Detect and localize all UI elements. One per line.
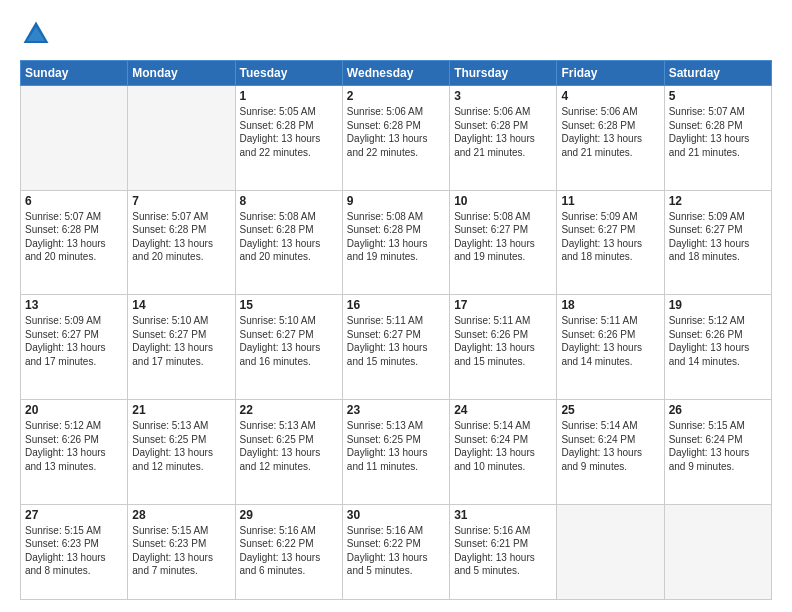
day-number: 13 [25, 298, 123, 312]
calendar-cell [664, 504, 771, 599]
day-number: 29 [240, 508, 338, 522]
daylight-hours-text: Daylight: 13 hours [132, 446, 230, 460]
day-number: 4 [561, 89, 659, 103]
daylight-minutes-text: and 21 minutes. [561, 146, 659, 160]
calendar-cell: 14Sunrise: 5:10 AMSunset: 6:27 PMDayligh… [128, 295, 235, 400]
sunset-text: Sunset: 6:26 PM [454, 328, 552, 342]
daylight-hours-text: Daylight: 13 hours [240, 341, 338, 355]
sunrise-text: Sunrise: 5:10 AM [132, 314, 230, 328]
sunset-text: Sunset: 6:25 PM [240, 433, 338, 447]
calendar-table: SundayMondayTuesdayWednesdayThursdayFrid… [20, 60, 772, 600]
day-number: 18 [561, 298, 659, 312]
day-number: 2 [347, 89, 445, 103]
sunset-text: Sunset: 6:27 PM [25, 328, 123, 342]
daylight-minutes-text: and 22 minutes. [347, 146, 445, 160]
weekday-header-tuesday: Tuesday [235, 61, 342, 86]
sunrise-text: Sunrise: 5:06 AM [454, 105, 552, 119]
daylight-hours-text: Daylight: 13 hours [561, 132, 659, 146]
sunset-text: Sunset: 6:27 PM [454, 223, 552, 237]
daylight-hours-text: Daylight: 13 hours [347, 551, 445, 565]
calendar-cell: 8Sunrise: 5:08 AMSunset: 6:28 PMDaylight… [235, 190, 342, 295]
daylight-hours-text: Daylight: 13 hours [25, 237, 123, 251]
daylight-hours-text: Daylight: 13 hours [240, 132, 338, 146]
sunrise-text: Sunrise: 5:05 AM [240, 105, 338, 119]
sunset-text: Sunset: 6:28 PM [25, 223, 123, 237]
sunrise-text: Sunrise: 5:16 AM [240, 524, 338, 538]
daylight-hours-text: Daylight: 13 hours [132, 341, 230, 355]
daylight-hours-text: Daylight: 13 hours [561, 341, 659, 355]
day-number: 16 [347, 298, 445, 312]
day-number: 14 [132, 298, 230, 312]
sunrise-text: Sunrise: 5:07 AM [25, 210, 123, 224]
calendar-cell: 16Sunrise: 5:11 AMSunset: 6:27 PMDayligh… [342, 295, 449, 400]
calendar-cell: 24Sunrise: 5:14 AMSunset: 6:24 PMDayligh… [450, 400, 557, 505]
daylight-minutes-text: and 20 minutes. [132, 250, 230, 264]
sunset-text: Sunset: 6:27 PM [132, 328, 230, 342]
logo-icon [20, 18, 52, 50]
calendar-row-1: 1Sunrise: 5:05 AMSunset: 6:28 PMDaylight… [21, 86, 772, 191]
calendar-cell: 30Sunrise: 5:16 AMSunset: 6:22 PMDayligh… [342, 504, 449, 599]
calendar-body: 1Sunrise: 5:05 AMSunset: 6:28 PMDaylight… [21, 86, 772, 600]
daylight-minutes-text: and 5 minutes. [454, 564, 552, 578]
sunset-text: Sunset: 6:23 PM [25, 537, 123, 551]
day-number: 28 [132, 508, 230, 522]
day-number: 9 [347, 194, 445, 208]
sunrise-text: Sunrise: 5:07 AM [132, 210, 230, 224]
daylight-minutes-text: and 15 minutes. [454, 355, 552, 369]
day-number: 8 [240, 194, 338, 208]
sunrise-text: Sunrise: 5:15 AM [669, 419, 767, 433]
daylight-minutes-text: and 18 minutes. [561, 250, 659, 264]
daylight-hours-text: Daylight: 13 hours [25, 446, 123, 460]
sunset-text: Sunset: 6:28 PM [347, 119, 445, 133]
calendar-cell: 18Sunrise: 5:11 AMSunset: 6:26 PMDayligh… [557, 295, 664, 400]
daylight-minutes-text: and 21 minutes. [669, 146, 767, 160]
calendar-cell: 19Sunrise: 5:12 AMSunset: 6:26 PMDayligh… [664, 295, 771, 400]
day-number: 1 [240, 89, 338, 103]
daylight-hours-text: Daylight: 13 hours [454, 551, 552, 565]
daylight-hours-text: Daylight: 13 hours [669, 446, 767, 460]
sunrise-text: Sunrise: 5:15 AM [132, 524, 230, 538]
calendar-cell: 15Sunrise: 5:10 AMSunset: 6:27 PMDayligh… [235, 295, 342, 400]
calendar-header: SundayMondayTuesdayWednesdayThursdayFrid… [21, 61, 772, 86]
daylight-minutes-text: and 21 minutes. [454, 146, 552, 160]
day-number: 17 [454, 298, 552, 312]
daylight-hours-text: Daylight: 13 hours [669, 341, 767, 355]
daylight-minutes-text: and 22 minutes. [240, 146, 338, 160]
daylight-minutes-text: and 17 minutes. [25, 355, 123, 369]
calendar-cell: 9Sunrise: 5:08 AMSunset: 6:28 PMDaylight… [342, 190, 449, 295]
calendar-cell [21, 86, 128, 191]
weekday-row: SundayMondayTuesdayWednesdayThursdayFrid… [21, 61, 772, 86]
daylight-minutes-text: and 5 minutes. [347, 564, 445, 578]
calendar-cell [128, 86, 235, 191]
daylight-hours-text: Daylight: 13 hours [25, 551, 123, 565]
sunset-text: Sunset: 6:24 PM [454, 433, 552, 447]
sunset-text: Sunset: 6:26 PM [25, 433, 123, 447]
sunrise-text: Sunrise: 5:13 AM [240, 419, 338, 433]
sunset-text: Sunset: 6:24 PM [669, 433, 767, 447]
day-number: 30 [347, 508, 445, 522]
day-number: 22 [240, 403, 338, 417]
sunrise-text: Sunrise: 5:07 AM [669, 105, 767, 119]
daylight-minutes-text: and 17 minutes. [132, 355, 230, 369]
sunrise-text: Sunrise: 5:06 AM [561, 105, 659, 119]
logo [20, 18, 56, 50]
weekday-header-monday: Monday [128, 61, 235, 86]
sunrise-text: Sunrise: 5:12 AM [25, 419, 123, 433]
day-number: 19 [669, 298, 767, 312]
daylight-minutes-text: and 14 minutes. [669, 355, 767, 369]
sunrise-text: Sunrise: 5:09 AM [669, 210, 767, 224]
calendar-cell: 17Sunrise: 5:11 AMSunset: 6:26 PMDayligh… [450, 295, 557, 400]
sunrise-text: Sunrise: 5:16 AM [454, 524, 552, 538]
sunset-text: Sunset: 6:28 PM [669, 119, 767, 133]
sunrise-text: Sunrise: 5:13 AM [347, 419, 445, 433]
weekday-header-sunday: Sunday [21, 61, 128, 86]
daylight-minutes-text: and 10 minutes. [454, 460, 552, 474]
daylight-minutes-text: and 7 minutes. [132, 564, 230, 578]
daylight-hours-text: Daylight: 13 hours [132, 237, 230, 251]
sunset-text: Sunset: 6:28 PM [454, 119, 552, 133]
sunrise-text: Sunrise: 5:15 AM [25, 524, 123, 538]
day-number: 10 [454, 194, 552, 208]
sunset-text: Sunset: 6:27 PM [669, 223, 767, 237]
calendar-cell: 23Sunrise: 5:13 AMSunset: 6:25 PMDayligh… [342, 400, 449, 505]
calendar-cell: 13Sunrise: 5:09 AMSunset: 6:27 PMDayligh… [21, 295, 128, 400]
